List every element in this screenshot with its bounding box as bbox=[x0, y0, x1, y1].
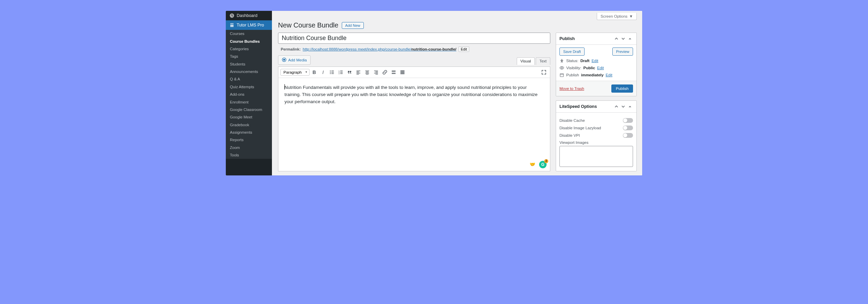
sidebar-item-tutor-lms[interactable]: Tutor LMS Pro bbox=[226, 20, 272, 30]
tab-visual[interactable]: Visual bbox=[517, 57, 535, 65]
sidebar-item-zoom[interactable]: Zoom bbox=[226, 144, 272, 151]
sidebar-item-announcements[interactable]: Announcements bbox=[226, 68, 272, 75]
fullscreen-icon[interactable] bbox=[540, 68, 548, 76]
post-title-input[interactable] bbox=[278, 33, 550, 44]
sidebar-item-tags[interactable]: Tags bbox=[226, 53, 272, 60]
italic-icon[interactable]: I bbox=[319, 68, 327, 76]
sidebar-item-course-bundles[interactable]: Course Bundles bbox=[226, 37, 272, 45]
publish-button[interactable]: Publish bbox=[611, 84, 633, 93]
align-left-icon[interactable] bbox=[354, 68, 362, 76]
editor-content: Nutrition Fundamentals will provide you … bbox=[284, 85, 537, 104]
pin-icon bbox=[559, 58, 564, 63]
dashboard-icon bbox=[229, 13, 235, 18]
toggle-disable-vpi[interactable] bbox=[623, 133, 633, 138]
svg-rect-19 bbox=[366, 72, 369, 72]
blockquote-icon[interactable] bbox=[346, 68, 354, 76]
permalink-edit-button[interactable]: Edit bbox=[458, 46, 469, 52]
sidebar-submenu: Courses Course Bundles Categories Tags S… bbox=[226, 30, 272, 159]
sidebar-item-addons[interactable]: Add-ons bbox=[226, 91, 272, 98]
svg-point-1 bbox=[283, 59, 285, 60]
admin-sidebar: Dashboard Tutor LMS Pro Courses Course B… bbox=[226, 11, 272, 175]
publish-footer: Move to Trash Publish bbox=[556, 81, 636, 96]
svg-rect-21 bbox=[366, 74, 369, 75]
sidebar-item-assignments[interactable]: Assignments bbox=[226, 129, 272, 136]
tutor-icon bbox=[229, 22, 235, 28]
add-media-label: Add Media bbox=[288, 58, 307, 62]
sidebar-item-google-classroom[interactable]: Google Classroom bbox=[226, 106, 272, 113]
sidebar-item-dashboard[interactable]: Dashboard bbox=[226, 11, 272, 20]
toggle-disable-lazyload[interactable] bbox=[623, 126, 633, 130]
toggle-disable-cache[interactable] bbox=[623, 118, 633, 123]
editor-column: Permalink: http://localhost:8888/wordpre… bbox=[278, 33, 550, 171]
status-label: Status: bbox=[566, 59, 578, 63]
screen-options-toggle[interactable]: Screen Options ▼ bbox=[597, 13, 637, 20]
publish-body: Save Draft Preview Status: Draft Edit Vi… bbox=[556, 45, 636, 96]
sidebar-item-categories[interactable]: Categories bbox=[226, 45, 272, 53]
align-center-icon[interactable] bbox=[363, 68, 371, 76]
editor-corner-badges: 🤝 G bbox=[528, 161, 547, 168]
metabox-header: LiteSpeed Options bbox=[556, 101, 636, 113]
lsc-option-row: Disable Cache bbox=[559, 118, 633, 123]
add-new-button[interactable]: Add New bbox=[342, 22, 364, 29]
svg-rect-27 bbox=[392, 72, 395, 72]
align-right-icon[interactable] bbox=[372, 68, 380, 76]
schedule-edit-link[interactable]: Edit bbox=[606, 73, 612, 77]
svg-rect-13 bbox=[340, 73, 342, 74]
tone-icon[interactable]: 🤝 bbox=[528, 161, 536, 168]
svg-point-6 bbox=[330, 73, 331, 74]
chevron-up-icon[interactable] bbox=[613, 36, 619, 42]
read-more-icon[interactable] bbox=[390, 68, 398, 76]
page-title: New Course Bundle bbox=[278, 21, 338, 29]
chevron-down-icon[interactable] bbox=[620, 103, 626, 110]
permalink-link[interactable]: http://localhost:8888/wordpress meet/ind… bbox=[303, 47, 456, 51]
sidebar-item-enrollment[interactable]: Enrollment bbox=[226, 98, 272, 106]
sidebar-item-students[interactable]: Students bbox=[226, 60, 272, 68]
sidebar-item-gradebook[interactable]: Gradebook bbox=[226, 121, 272, 129]
permalink-label: Permalink: bbox=[281, 47, 301, 51]
sidebar-label: Dashboard bbox=[237, 13, 257, 18]
viewport-images-textarea[interactable] bbox=[559, 146, 633, 167]
sidebar-item-google-meet[interactable]: Google Meet bbox=[226, 113, 272, 121]
sidebar-item-tools[interactable]: Tools bbox=[226, 151, 272, 159]
svg-point-38 bbox=[561, 67, 563, 69]
chevron-down-icon[interactable] bbox=[620, 36, 626, 42]
lsc-option-label: Disable Cache bbox=[559, 118, 585, 122]
caret-up-icon[interactable] bbox=[627, 36, 633, 42]
svg-point-4 bbox=[330, 72, 331, 73]
svg-rect-17 bbox=[356, 74, 359, 75]
save-draft-button[interactable]: Save Draft bbox=[559, 48, 585, 56]
visibility-edit-link[interactable]: Edit bbox=[597, 66, 604, 70]
bold-icon[interactable]: B bbox=[310, 68, 318, 76]
format-select[interactable]: Paragraph bbox=[280, 69, 310, 76]
lsc-option-row: Disable Image Lazyload bbox=[559, 126, 633, 130]
svg-text:3: 3 bbox=[338, 73, 339, 75]
sidebar-label: Tutor LMS Pro bbox=[237, 23, 264, 27]
sidebar-item-qa[interactable]: Q & A bbox=[226, 75, 272, 83]
editor-top-actions: Add Media Visual Text bbox=[278, 55, 550, 65]
schedule-row: Publish immediately Edit bbox=[559, 73, 633, 77]
heading-row: New Course Bundle Add New bbox=[278, 21, 637, 29]
text-cursor bbox=[284, 84, 285, 90]
add-media-button[interactable]: Add Media bbox=[278, 55, 311, 65]
grammarly-icon[interactable]: G bbox=[539, 161, 547, 168]
tab-text[interactable]: Text bbox=[536, 57, 550, 65]
numbered-list-icon[interactable]: 123 bbox=[337, 68, 345, 76]
viewport-images-label: Viewport Images bbox=[559, 140, 633, 145]
visibility-row: Visibility: Public Edit bbox=[559, 65, 633, 70]
status-edit-link[interactable]: Edit bbox=[592, 59, 598, 63]
link-icon[interactable] bbox=[381, 68, 389, 76]
metabox-column: Publish Save Draft Preview bbox=[556, 33, 637, 171]
chevron-up-icon[interactable] bbox=[613, 103, 619, 110]
bullet-list-icon[interactable] bbox=[328, 68, 336, 76]
svg-rect-33 bbox=[402, 72, 403, 73]
sidebar-item-reports[interactable]: Reports bbox=[226, 136, 272, 144]
caret-up-icon[interactable] bbox=[627, 103, 633, 110]
lsc-option-label: Disable Image Lazyload bbox=[559, 126, 601, 130]
sidebar-item-courses[interactable]: Courses bbox=[226, 30, 272, 37]
move-to-trash-link[interactable]: Move to Trash bbox=[559, 87, 584, 91]
preview-button[interactable]: Preview bbox=[612, 48, 633, 56]
toolbar-toggle-icon[interactable] bbox=[398, 68, 407, 76]
content-editor[interactable]: Nutrition Fundamentals will provide you … bbox=[278, 78, 550, 171]
sidebar-item-quiz-attempts[interactable]: Quiz Attempts bbox=[226, 83, 272, 91]
svg-rect-16 bbox=[356, 73, 360, 74]
